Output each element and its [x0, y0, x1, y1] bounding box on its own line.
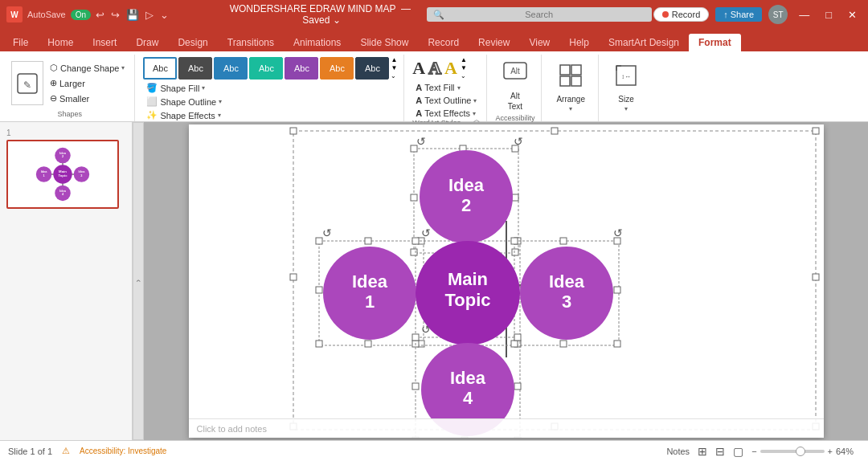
arrange-icon [558, 63, 583, 93]
swatch-1[interactable]: Abc [143, 57, 177, 80]
save-dropdown[interactable]: ⌄ [333, 14, 341, 26]
svg-rect-52 [411, 194, 417, 201]
alt-text-button[interactable]: Alt Alt Text [496, 56, 534, 114]
text-outline-button[interactable]: A Text Outline ▾ [412, 95, 480, 106]
grid-view-icon[interactable]: ⊟ [715, 445, 725, 458]
close-button[interactable]: ✕ [843, 9, 862, 21]
share-button[interactable]: ↑ Share [715, 7, 762, 22]
zoom-in-icon[interactable]: + [828, 447, 833, 456]
canvas-area[interactable]: ↺ ↺ ↺ ↺ ↺ ↺ ✛ ✛ ✛ Idea 2 Idea 1 [144, 122, 868, 440]
undo-icon[interactable]: ↩ [96, 9, 104, 21]
rotate-icon-idea2r[interactable]: ↺ [514, 135, 523, 148]
smaller-button[interactable]: ⊖ Smaller [47, 92, 128, 105]
idea4-num: 4 [462, 388, 473, 408]
panel-collapse-button[interactable]: ‹ [133, 122, 144, 440]
wordart-swatch-outline[interactable]: A [428, 59, 441, 77]
tab-smartart-design[interactable]: SmartArt Design [599, 34, 689, 51]
present-icon[interactable]: ▷ [145, 9, 154, 21]
tab-file[interactable]: File [3, 34, 38, 51]
minimize-button[interactable]: — [794, 9, 814, 21]
rotate-icon-idea2[interactable]: ↺ [416, 135, 426, 148]
record-label: Record [672, 10, 700, 19]
rotate-icon-idea1[interactable]: ↺ [322, 226, 332, 239]
save-status: Saved [302, 14, 330, 26]
edit-shape-icon: ✎ [11, 61, 43, 105]
notes-toggle[interactable]: Notes [666, 447, 690, 456]
swatch-scroll[interactable]: ▲ ▼ ⌄ [391, 56, 397, 80]
outline-icon: ⬜ [146, 96, 158, 107]
search-input[interactable] [427, 7, 652, 22]
record-dot [662, 11, 669, 18]
normal-view-icon[interactable]: ⊞ [698, 445, 707, 458]
svg-rect-55 [365, 238, 371, 244]
slide-thumbnail[interactable]: Main Topic Idea 2 Idea 1 Idea 3 Idea 4 [6, 140, 119, 209]
more-icon[interactable]: ⌄ [160, 9, 169, 21]
wordart-swatch-gold[interactable]: A [444, 59, 457, 77]
shape-effects-button[interactable]: ✨ Shape Effects ▾ [143, 109, 225, 121]
tab-draw[interactable]: Draw [126, 34, 168, 51]
swatch-2[interactable]: Abc [178, 57, 212, 80]
tab-transitions[interactable]: Transitions [218, 34, 284, 51]
tab-format[interactable]: Format [689, 34, 741, 51]
svg-text:↕↔: ↕↔ [621, 73, 631, 80]
user-avatar[interactable]: ST [768, 5, 788, 24]
present-view-icon[interactable]: ▢ [733, 445, 743, 458]
click-to-add-notes[interactable]: Click to add notes [189, 418, 824, 438]
shape-outline-button[interactable]: ⬜ Shape Outline ▾ [143, 96, 225, 108]
fill-icon: 🪣 [146, 83, 158, 93]
text-fill-icon: A [416, 83, 422, 92]
text-fill-button[interactable]: A Text Fill ▾ [412, 82, 480, 93]
tab-help[interactable]: Help [559, 34, 599, 51]
svg-rect-33 [551, 128, 558, 134]
wordart-swatches: A A A ▲ ▼ ⌄ [412, 56, 467, 80]
svg-rect-83 [514, 334, 521, 341]
arrange-button[interactable]: Arrange ▾ [550, 59, 592, 116]
status-right: Notes ⊞ ⊟ ▢ − + 64% [666, 445, 860, 458]
swatch-4[interactable]: Abc [249, 57, 283, 80]
tab-home[interactable]: Home [38, 34, 83, 51]
text-outline-icon: A [416, 96, 422, 105]
redo-icon[interactable]: ↪ [111, 9, 120, 21]
swatch-5[interactable]: Abc [285, 57, 318, 80]
tab-animations[interactable]: Animations [284, 34, 350, 51]
svg-rect-48 [512, 194, 518, 201]
accessibility-label[interactable]: Accessibility: Investigate [80, 447, 166, 455]
undo-redo-icons: ↩ ↪ 💾 ▷ ⌄ [96, 9, 169, 21]
rotate-icon-idea3[interactable]: ↺ [613, 226, 623, 239]
change-shape-button[interactable]: ⬡ Change Shape ▾ [47, 61, 128, 75]
tab-record[interactable]: Record [418, 34, 469, 51]
app-title: WONDERSHARE EDRAW MIND MAP [230, 3, 396, 14]
svg-rect-63 [412, 238, 419, 244]
svg-rect-34 [813, 128, 819, 134]
zoom-out-icon[interactable]: − [751, 447, 756, 456]
shape-fill-button[interactable]: 🪣 Shape Fill ▾ [143, 82, 225, 94]
wordart-swatch-plain[interactable]: A [412, 59, 425, 77]
record-button-title[interactable]: Record [653, 7, 709, 22]
tab-review[interactable]: Review [469, 34, 519, 51]
tab-slideshow[interactable]: Slide Show [350, 34, 418, 51]
svg-rect-72 [511, 238, 518, 244]
size-button[interactable]: ↕↔ Size ▾ [607, 59, 645, 116]
accessibility-icon: ⚠ [62, 446, 70, 456]
svg-rect-76 [614, 341, 620, 347]
shape-swatches-row: Abc Abc Abc Abc Abc Abc Abc ▲ ▼ ⌄ [143, 56, 397, 80]
idea4-text: Idea [449, 368, 485, 388]
text-effects-button[interactable]: A Text Effects ▾ [412, 108, 480, 119]
tab-design[interactable]: Design [168, 34, 217, 51]
title-center: WONDERSHARE EDRAW MIND MAP — Saved ⌄ [216, 3, 426, 26]
save-icon[interactable]: 💾 [126, 9, 139, 21]
rotate-icon-main[interactable]: ↺ [421, 226, 431, 239]
wordart-scroll[interactable]: ▲ ▼ ⌄ [461, 56, 467, 80]
zoom-thumb[interactable] [796, 447, 805, 456]
swatch-7[interactable]: Abc [355, 57, 389, 80]
tab-insert[interactable]: Insert [83, 34, 126, 51]
autosave-toggle[interactable]: On [71, 10, 91, 20]
zoom-level[interactable]: 64% [836, 447, 860, 456]
svg-rect-4 [560, 65, 570, 75]
swatch-3[interactable]: Abc [214, 57, 248, 80]
zoom-slider[interactable] [760, 450, 825, 453]
larger-button[interactable]: ⊕ Larger [47, 76, 128, 90]
maximize-button[interactable]: □ [821, 9, 837, 21]
swatch-6[interactable]: Abc [320, 57, 354, 80]
tab-view[interactable]: View [519, 34, 559, 51]
